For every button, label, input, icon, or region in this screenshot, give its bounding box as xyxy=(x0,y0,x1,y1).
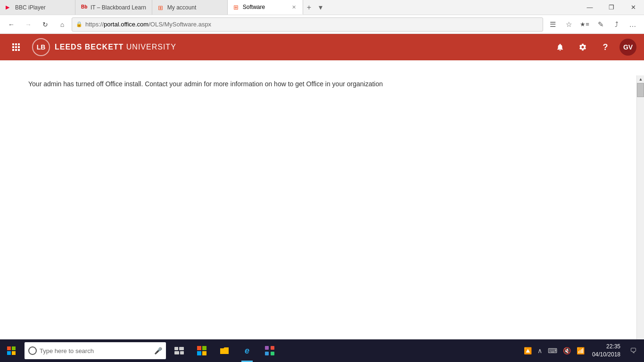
tab-blackboard[interactable]: Bb IT – Blackboard Learn xyxy=(75,0,152,15)
notification-bell-button[interactable] xyxy=(552,39,569,56)
svg-rect-1 xyxy=(15,43,17,45)
url-bar[interactable]: 🔒 https://portal.office.com/OLS/MySoftwa… xyxy=(72,17,543,32)
svg-rect-24 xyxy=(271,352,274,355)
toolbar-icons: ☰ ☆ ★≡ ✎ ⤴ … xyxy=(545,17,640,32)
taskbar-store[interactable] xyxy=(190,339,213,362)
taskbar-edge[interactable]: e xyxy=(236,339,258,362)
clock-time: 22:35 xyxy=(606,343,620,351)
scroll-track[interactable] xyxy=(637,83,644,362)
url-text: https://portal.office.com/OLS/MySoftware… xyxy=(85,21,539,28)
volume-icon[interactable]: 🔇 xyxy=(561,345,573,356)
url-domain: portal.office.com xyxy=(104,21,149,28)
tab-dropdown-button[interactable]: ▾ xyxy=(315,0,326,15)
settings-button[interactable] xyxy=(574,39,591,56)
chevron-expand-icon[interactable]: ∧ xyxy=(536,345,544,356)
svg-rect-14 xyxy=(179,347,184,350)
search-placeholder-text: Type here to search xyxy=(40,347,94,354)
svg-rect-16 xyxy=(180,351,184,354)
blackboard-tab-icon: Bb xyxy=(81,4,88,11)
close-button[interactable]: ✕ xyxy=(622,0,644,15)
favorites-hub-button[interactable]: ★≡ xyxy=(577,17,592,32)
logo-light: UNIVERSITY xyxy=(126,43,176,51)
window-controls: — ❐ ✕ xyxy=(579,0,644,15)
logo-bold: LEEDS BECKETT xyxy=(55,43,124,51)
bbc-tab-icon: ▶ xyxy=(6,4,12,11)
tab-software-label: Software xyxy=(243,4,288,10)
taskbar: Type here to search 🎤 e xyxy=(0,339,644,362)
svg-rect-3 xyxy=(12,46,14,48)
title-bar: ▶ BBC iPlayer Bb IT – Blackboard Learn ⊞… xyxy=(0,0,644,15)
home-button[interactable]: ⌂ xyxy=(55,17,70,32)
more-button[interactable]: … xyxy=(625,17,640,32)
favorites-star-button[interactable]: ☆ xyxy=(561,17,576,32)
taskbar-app-list: e xyxy=(168,339,518,362)
reader-view-button[interactable]: ☰ xyxy=(545,17,560,32)
svg-rect-15 xyxy=(174,351,179,354)
svg-rect-9 xyxy=(7,346,11,350)
taskbar-app-5[interactable] xyxy=(258,339,281,362)
address-bar: ← → ↻ ⌂ 🔒 https://portal.office.com/OLS/… xyxy=(0,15,644,34)
start-button[interactable] xyxy=(0,339,23,362)
clock-date: 04/10/2018 xyxy=(592,351,620,359)
microphone-icon[interactable]: 🎤 xyxy=(154,347,162,354)
svg-rect-13 xyxy=(174,347,178,350)
forward-button[interactable]: → xyxy=(21,17,36,32)
svg-rect-21 xyxy=(265,346,269,350)
taskbar-search[interactable]: Type here to search 🎤 xyxy=(25,342,166,359)
myaccount-tab-icon: ⊞ xyxy=(158,4,165,11)
lock-icon: 🔒 xyxy=(76,21,83,27)
new-tab-button[interactable]: + xyxy=(303,0,315,15)
scroll-thumb[interactable] xyxy=(637,83,644,97)
svg-rect-8 xyxy=(18,49,20,51)
help-button[interactable]: ? xyxy=(597,39,614,56)
tab-list: ▶ BBC iPlayer Bb IT – Blackboard Learn ⊞… xyxy=(0,0,579,15)
svg-rect-0 xyxy=(12,43,14,45)
url-prefix: https:// xyxy=(85,21,104,28)
logo-icon: LB xyxy=(32,38,50,56)
svg-rect-18 xyxy=(202,346,206,350)
tab-blackboard-label: IT – Blackboard Learn xyxy=(91,4,146,11)
tab-myaccount[interactable]: ⊞ My account xyxy=(152,0,228,15)
wifi-icon[interactable]: 📶 xyxy=(575,345,586,356)
svg-rect-2 xyxy=(18,43,20,45)
scrollbar[interactable]: ▲ ▼ xyxy=(636,75,644,362)
svg-rect-10 xyxy=(12,346,16,350)
svg-rect-12 xyxy=(12,351,16,355)
user-avatar-button[interactable]: GV xyxy=(619,39,636,56)
svg-rect-4 xyxy=(15,46,17,48)
tab-software-close[interactable]: ✕ xyxy=(291,3,297,11)
scroll-up-button[interactable]: ▲ xyxy=(637,75,644,83)
svg-rect-7 xyxy=(15,49,17,51)
taskbar-file-explorer[interactable] xyxy=(213,339,236,362)
taskbar-task-view[interactable] xyxy=(168,339,190,362)
tab-myaccount-label: My account xyxy=(167,4,222,11)
cortana-icon xyxy=(28,346,37,355)
back-button[interactable]: ← xyxy=(4,17,19,32)
tab-software[interactable]: ⊞ Software ✕ xyxy=(228,0,303,15)
action-center-button[interactable]: 🗨 xyxy=(626,345,640,356)
tab-bbc-label: BBC iPlayer xyxy=(15,4,69,11)
svg-rect-17 xyxy=(197,346,201,350)
share-button[interactable]: ⤴ xyxy=(609,17,624,32)
svg-rect-23 xyxy=(271,346,274,350)
svg-rect-5 xyxy=(18,46,20,48)
svg-rect-11 xyxy=(7,351,11,355)
reload-button[interactable]: ↻ xyxy=(38,17,53,32)
taskbar-right: 🔼 ∧ ⌨ 🔇 📶 22:35 04/10/2018 🗨 xyxy=(518,343,644,359)
waffle-menu-button[interactable] xyxy=(8,39,25,56)
system-clock[interactable]: 22:35 04/10/2018 xyxy=(588,343,624,359)
software-tab-icon: ⊞ xyxy=(233,4,240,10)
logo-text: LEEDS BECKETT UNIVERSITY xyxy=(55,43,176,51)
network-icon[interactable]: 🔼 xyxy=(522,345,534,356)
web-note-button[interactable]: ✎ xyxy=(593,17,608,32)
svg-rect-20 xyxy=(202,351,206,355)
svg-rect-6 xyxy=(12,49,14,51)
maximize-button[interactable]: ❐ xyxy=(601,0,622,15)
page-content-area: Your admin has turned off Office install… xyxy=(0,60,644,108)
svg-rect-19 xyxy=(197,351,201,355)
page-header: LB LEEDS BECKETT UNIVERSITY ? GV xyxy=(0,34,644,60)
tab-bbc-iplayer[interactable]: ▶ BBC iPlayer xyxy=(0,0,75,15)
keyboard-icon[interactable]: ⌨ xyxy=(546,345,559,356)
minimize-button[interactable]: — xyxy=(579,0,601,15)
logo-area: LB LEEDS BECKETT UNIVERSITY xyxy=(32,38,176,56)
